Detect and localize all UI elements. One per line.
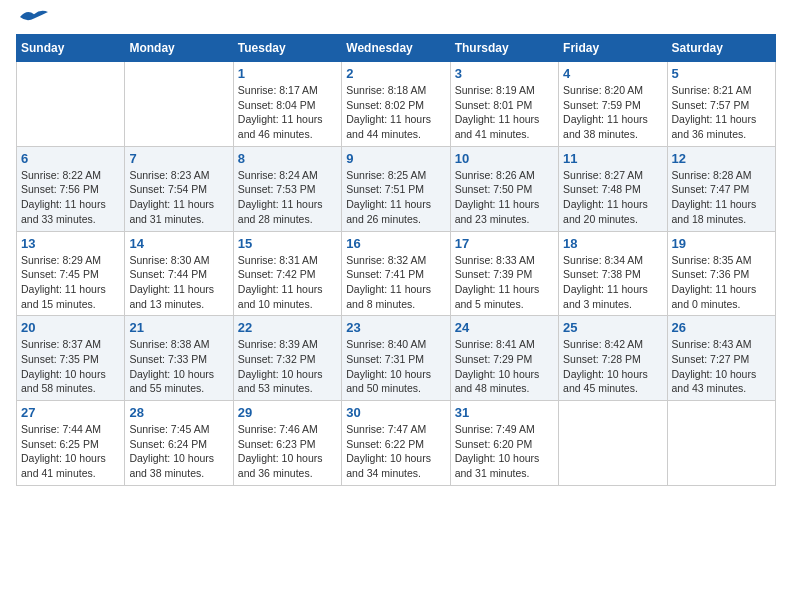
- calendar-cell: [17, 62, 125, 147]
- calendar-cell: [667, 401, 775, 486]
- day-number: 21: [129, 320, 228, 335]
- day-info: Sunrise: 7:45 AM Sunset: 6:24 PM Dayligh…: [129, 422, 228, 481]
- day-info: Sunrise: 8:20 AM Sunset: 7:59 PM Dayligh…: [563, 83, 662, 142]
- weekday-header-wednesday: Wednesday: [342, 35, 450, 62]
- calendar-cell: 19Sunrise: 8:35 AM Sunset: 7:36 PM Dayli…: [667, 231, 775, 316]
- day-number: 23: [346, 320, 445, 335]
- calendar-cell: 13Sunrise: 8:29 AM Sunset: 7:45 PM Dayli…: [17, 231, 125, 316]
- day-number: 12: [672, 151, 771, 166]
- day-number: 13: [21, 236, 120, 251]
- calendar-header-row: SundayMondayTuesdayWednesdayThursdayFrid…: [17, 35, 776, 62]
- day-info: Sunrise: 7:47 AM Sunset: 6:22 PM Dayligh…: [346, 422, 445, 481]
- calendar-cell: 8Sunrise: 8:24 AM Sunset: 7:53 PM Daylig…: [233, 146, 341, 231]
- day-info: Sunrise: 8:23 AM Sunset: 7:54 PM Dayligh…: [129, 168, 228, 227]
- calendar-cell: 28Sunrise: 7:45 AM Sunset: 6:24 PM Dayli…: [125, 401, 233, 486]
- day-number: 15: [238, 236, 337, 251]
- day-info: Sunrise: 7:46 AM Sunset: 6:23 PM Dayligh…: [238, 422, 337, 481]
- day-number: 14: [129, 236, 228, 251]
- calendar-cell: 22Sunrise: 8:39 AM Sunset: 7:32 PM Dayli…: [233, 316, 341, 401]
- calendar-cell: 7Sunrise: 8:23 AM Sunset: 7:54 PM Daylig…: [125, 146, 233, 231]
- day-number: 30: [346, 405, 445, 420]
- day-info: Sunrise: 8:17 AM Sunset: 8:04 PM Dayligh…: [238, 83, 337, 142]
- day-number: 6: [21, 151, 120, 166]
- calendar-cell: 23Sunrise: 8:40 AM Sunset: 7:31 PM Dayli…: [342, 316, 450, 401]
- weekday-header-tuesday: Tuesday: [233, 35, 341, 62]
- day-info: Sunrise: 8:38 AM Sunset: 7:33 PM Dayligh…: [129, 337, 228, 396]
- calendar-cell: 3Sunrise: 8:19 AM Sunset: 8:01 PM Daylig…: [450, 62, 558, 147]
- calendar-week-1: 1Sunrise: 8:17 AM Sunset: 8:04 PM Daylig…: [17, 62, 776, 147]
- weekday-header-friday: Friday: [559, 35, 667, 62]
- day-number: 1: [238, 66, 337, 81]
- day-info: Sunrise: 7:44 AM Sunset: 6:25 PM Dayligh…: [21, 422, 120, 481]
- calendar-cell: 21Sunrise: 8:38 AM Sunset: 7:33 PM Dayli…: [125, 316, 233, 401]
- calendar-cell: 20Sunrise: 8:37 AM Sunset: 7:35 PM Dayli…: [17, 316, 125, 401]
- day-number: 7: [129, 151, 228, 166]
- day-number: 31: [455, 405, 554, 420]
- day-number: 10: [455, 151, 554, 166]
- day-number: 24: [455, 320, 554, 335]
- calendar-cell: 16Sunrise: 8:32 AM Sunset: 7:41 PM Dayli…: [342, 231, 450, 316]
- day-number: 11: [563, 151, 662, 166]
- calendar-cell: 31Sunrise: 7:49 AM Sunset: 6:20 PM Dayli…: [450, 401, 558, 486]
- calendar-cell: 25Sunrise: 8:42 AM Sunset: 7:28 PM Dayli…: [559, 316, 667, 401]
- day-info: Sunrise: 8:39 AM Sunset: 7:32 PM Dayligh…: [238, 337, 337, 396]
- day-info: Sunrise: 8:18 AM Sunset: 8:02 PM Dayligh…: [346, 83, 445, 142]
- weekday-header-sunday: Sunday: [17, 35, 125, 62]
- day-number: 3: [455, 66, 554, 81]
- calendar-week-3: 13Sunrise: 8:29 AM Sunset: 7:45 PM Dayli…: [17, 231, 776, 316]
- weekday-header-thursday: Thursday: [450, 35, 558, 62]
- calendar-cell: 24Sunrise: 8:41 AM Sunset: 7:29 PM Dayli…: [450, 316, 558, 401]
- calendar-week-2: 6Sunrise: 8:22 AM Sunset: 7:56 PM Daylig…: [17, 146, 776, 231]
- calendar-cell: 14Sunrise: 8:30 AM Sunset: 7:44 PM Dayli…: [125, 231, 233, 316]
- calendar-cell: 10Sunrise: 8:26 AM Sunset: 7:50 PM Dayli…: [450, 146, 558, 231]
- logo-bird-icon: [20, 8, 48, 26]
- day-info: Sunrise: 8:30 AM Sunset: 7:44 PM Dayligh…: [129, 253, 228, 312]
- calendar-cell: 27Sunrise: 7:44 AM Sunset: 6:25 PM Dayli…: [17, 401, 125, 486]
- logo: [16, 16, 48, 26]
- calendar-cell: 1Sunrise: 8:17 AM Sunset: 8:04 PM Daylig…: [233, 62, 341, 147]
- day-info: Sunrise: 8:21 AM Sunset: 7:57 PM Dayligh…: [672, 83, 771, 142]
- calendar-cell: 11Sunrise: 8:27 AM Sunset: 7:48 PM Dayli…: [559, 146, 667, 231]
- day-info: Sunrise: 8:43 AM Sunset: 7:27 PM Dayligh…: [672, 337, 771, 396]
- page-header: [16, 16, 776, 26]
- calendar-week-5: 27Sunrise: 7:44 AM Sunset: 6:25 PM Dayli…: [17, 401, 776, 486]
- calendar-cell: [125, 62, 233, 147]
- day-info: Sunrise: 8:42 AM Sunset: 7:28 PM Dayligh…: [563, 337, 662, 396]
- day-number: 4: [563, 66, 662, 81]
- day-info: Sunrise: 8:34 AM Sunset: 7:38 PM Dayligh…: [563, 253, 662, 312]
- calendar-cell: 2Sunrise: 8:18 AM Sunset: 8:02 PM Daylig…: [342, 62, 450, 147]
- day-number: 26: [672, 320, 771, 335]
- day-info: Sunrise: 8:32 AM Sunset: 7:41 PM Dayligh…: [346, 253, 445, 312]
- day-info: Sunrise: 8:19 AM Sunset: 8:01 PM Dayligh…: [455, 83, 554, 142]
- calendar-cell: 18Sunrise: 8:34 AM Sunset: 7:38 PM Dayli…: [559, 231, 667, 316]
- day-info: Sunrise: 8:22 AM Sunset: 7:56 PM Dayligh…: [21, 168, 120, 227]
- calendar-cell: 4Sunrise: 8:20 AM Sunset: 7:59 PM Daylig…: [559, 62, 667, 147]
- day-info: Sunrise: 8:24 AM Sunset: 7:53 PM Dayligh…: [238, 168, 337, 227]
- calendar-cell: 15Sunrise: 8:31 AM Sunset: 7:42 PM Dayli…: [233, 231, 341, 316]
- day-number: 27: [21, 405, 120, 420]
- day-number: 17: [455, 236, 554, 251]
- day-info: Sunrise: 8:28 AM Sunset: 7:47 PM Dayligh…: [672, 168, 771, 227]
- day-info: Sunrise: 8:25 AM Sunset: 7:51 PM Dayligh…: [346, 168, 445, 227]
- day-number: 8: [238, 151, 337, 166]
- day-info: Sunrise: 8:41 AM Sunset: 7:29 PM Dayligh…: [455, 337, 554, 396]
- calendar-cell: 30Sunrise: 7:47 AM Sunset: 6:22 PM Dayli…: [342, 401, 450, 486]
- calendar-cell: 9Sunrise: 8:25 AM Sunset: 7:51 PM Daylig…: [342, 146, 450, 231]
- day-info: Sunrise: 8:33 AM Sunset: 7:39 PM Dayligh…: [455, 253, 554, 312]
- day-number: 16: [346, 236, 445, 251]
- day-number: 25: [563, 320, 662, 335]
- day-number: 28: [129, 405, 228, 420]
- day-number: 19: [672, 236, 771, 251]
- day-number: 22: [238, 320, 337, 335]
- day-number: 18: [563, 236, 662, 251]
- weekday-header-monday: Monday: [125, 35, 233, 62]
- calendar-cell: 5Sunrise: 8:21 AM Sunset: 7:57 PM Daylig…: [667, 62, 775, 147]
- calendar-cell: 17Sunrise: 8:33 AM Sunset: 7:39 PM Dayli…: [450, 231, 558, 316]
- day-info: Sunrise: 8:37 AM Sunset: 7:35 PM Dayligh…: [21, 337, 120, 396]
- day-number: 2: [346, 66, 445, 81]
- day-info: Sunrise: 8:27 AM Sunset: 7:48 PM Dayligh…: [563, 168, 662, 227]
- calendar-table: SundayMondayTuesdayWednesdayThursdayFrid…: [16, 34, 776, 486]
- day-info: Sunrise: 8:35 AM Sunset: 7:36 PM Dayligh…: [672, 253, 771, 312]
- day-info: Sunrise: 7:49 AM Sunset: 6:20 PM Dayligh…: [455, 422, 554, 481]
- day-number: 29: [238, 405, 337, 420]
